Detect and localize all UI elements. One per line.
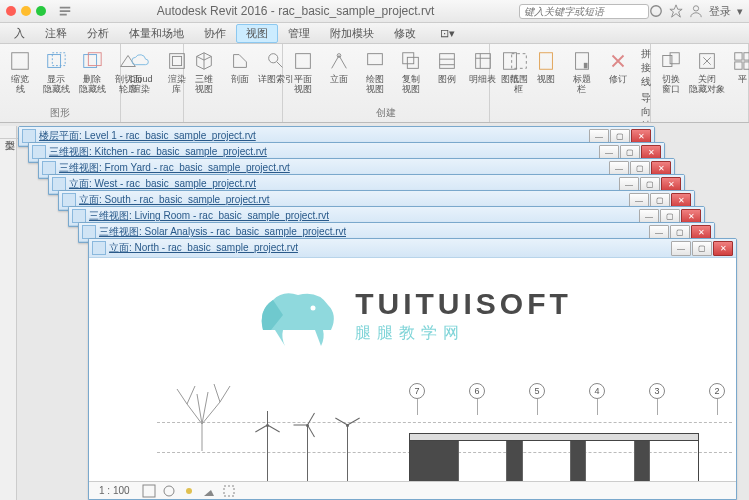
svg-rect-22: [662, 56, 671, 67]
menu-massing[interactable]: 体量和场地: [119, 24, 194, 43]
menubar: 入 注释 分析 体量和场地 协作 视图 管理 附加模块 修改 ⊡▾: [0, 23, 749, 44]
svg-rect-16: [475, 54, 490, 69]
visual-style-icon[interactable]: [162, 484, 176, 498]
view-window-active[interactable]: 立面: North - rac_basic_sample_project.rvt…: [88, 238, 737, 500]
tool-close-hidden[interactable]: 关闭隐藏对象: [691, 46, 723, 97]
tool-titleblock[interactable]: 标题栏: [566, 46, 598, 97]
tool-switch-window[interactable]: 切换窗口: [655, 46, 687, 97]
help-icon[interactable]: [649, 4, 663, 18]
panel-label-windows: [655, 119, 744, 120]
tool-removehidden[interactable]: 删除隐藏线: [76, 46, 108, 97]
watermark-sub: 腿腿教学网: [355, 323, 465, 344]
svg-rect-33: [224, 486, 234, 496]
tool-elevation[interactable]: 立面: [323, 46, 355, 87]
watermark-brand: TUITUISOFT: [355, 287, 572, 321]
tool-tile[interactable]: 平: [727, 46, 749, 87]
svg-rect-2: [12, 53, 29, 70]
menu-modify[interactable]: 修改: [384, 24, 426, 43]
grid-6[interactable]: 6: [469, 383, 485, 415]
tool-planview[interactable]: 平面视图: [287, 46, 319, 97]
crop-icon[interactable]: [222, 484, 236, 498]
panel-label-create: 创建: [287, 105, 485, 120]
menu-addins[interactable]: 附加模块: [320, 24, 384, 43]
svg-rect-23: [670, 53, 679, 64]
menu-analyze[interactable]: 分析: [77, 24, 119, 43]
grid-2[interactable]: 2: [709, 383, 725, 415]
view-title: 立面: West - rac_basic_sample_project.rvt: [69, 177, 256, 191]
view-icon: [92, 241, 106, 255]
svg-rect-27: [734, 62, 741, 69]
tool-thinlines[interactable]: 缩览线: [4, 46, 36, 97]
minimize-icon[interactable]: [21, 6, 31, 16]
zoom-icon[interactable]: [36, 6, 46, 16]
grid-7[interactable]: 7: [409, 383, 425, 415]
scale-selector[interactable]: 1 : 100: [93, 485, 136, 496]
grid-5[interactable]: 5: [529, 383, 545, 415]
view-title: 立面: South - rac_basic_sample_project.rvt: [79, 193, 270, 207]
sun-path-icon[interactable]: [182, 484, 196, 498]
login-dropdown[interactable]: ▾: [737, 5, 743, 18]
tool-3dview[interactable]: 三维视图: [188, 46, 220, 97]
menu-view[interactable]: 视图: [236, 24, 278, 43]
svg-rect-7: [170, 54, 185, 69]
grid-4[interactable]: 4: [589, 383, 605, 415]
search-input[interactable]: [519, 4, 649, 19]
login-link[interactable]: 登录: [709, 4, 731, 19]
view-title: 三维视图: Kitchen - rac_basic_sample_project…: [49, 145, 267, 159]
view-title: 立面: North - rac_basic_sample_project.rvt: [109, 241, 298, 255]
menu-insert[interactable]: 入: [4, 24, 35, 43]
recent-icon[interactable]: [58, 4, 72, 18]
view-icon: [32, 145, 46, 159]
grid-3[interactable]: 3: [649, 383, 665, 415]
view-icon: [22, 129, 36, 143]
panel-graphics: 缩览线 显示隐藏线 删除隐藏线 剖切面轮廓 图形: [0, 44, 121, 122]
svg-rect-19: [539, 53, 552, 70]
close-icon[interactable]: [6, 6, 16, 16]
grid-heads: 7 6 5 4 3 2 1: [409, 383, 736, 415]
view-canvas[interactable]: TUITUISOFT 腿腿教学网 7 6 5 4 3 2 1: [89, 258, 736, 499]
svg-rect-26: [743, 53, 749, 60]
svg-point-0: [651, 6, 662, 17]
star-icon[interactable]: [669, 4, 683, 18]
panel-render: Cloud渲染 渲染库: [121, 44, 184, 122]
tool-section[interactable]: 剖面: [224, 46, 256, 87]
min-button[interactable]: —: [671, 241, 691, 256]
view-icon: [42, 161, 56, 175]
menu-annotate[interactable]: 注释: [35, 24, 77, 43]
svg-point-29: [311, 306, 316, 311]
watermark: TUITUISOFT 腿腿教学网: [89, 280, 736, 352]
shadows-icon[interactable]: [202, 484, 216, 498]
side-tab-types[interactable]: 类型: [0, 126, 18, 139]
menu-expand-icon[interactable]: ⊡▾: [430, 25, 465, 42]
tool-cloud-render[interactable]: Cloud渲染: [125, 46, 157, 97]
svg-rect-10: [295, 54, 310, 69]
tool-revisions[interactable]: 修订: [602, 46, 634, 87]
ribbon: 缩览线 显示隐藏线 删除隐藏线 剖切面轮廓 图形 Cloud渲染 渲染库 三维视…: [0, 44, 749, 123]
svg-point-1: [693, 6, 698, 11]
svg-rect-13: [402, 53, 413, 64]
max-button[interactable]: ▢: [692, 241, 712, 256]
menu-manage[interactable]: 管理: [278, 24, 320, 43]
tool-view[interactable]: 视图: [530, 46, 562, 87]
panel-label-3d: [188, 119, 277, 120]
menu-collaborate[interactable]: 协作: [194, 24, 236, 43]
user-icon[interactable]: [689, 4, 703, 18]
view-title: 三维视图: Solar Analysis - rac_basic_sample_…: [99, 225, 346, 239]
panel-label-graphics: 图形: [4, 105, 116, 120]
tool-showhidden[interactable]: 显示隐藏线: [40, 46, 72, 97]
titlebar: Autodesk Revit 2016 - rac_basic_sample_p…: [0, 0, 749, 23]
tool-sheet[interactable]: 图纸: [494, 46, 526, 87]
mac-buttons: [6, 6, 46, 16]
tool-drafting[interactable]: 绘图视图: [359, 46, 391, 97]
view-control-bar: 1 : 100: [89, 481, 736, 499]
detail-level-icon[interactable]: [142, 484, 156, 498]
svg-rect-12: [367, 54, 382, 65]
panel-3d: 三维视图 剖面 详图索引: [184, 44, 282, 122]
tool-duplicate[interactable]: 复制视图: [395, 46, 427, 97]
svg-rect-14: [407, 57, 418, 68]
elephant-logo-icon: [253, 280, 343, 350]
view-title: 楼层平面: Level 1 - rac_basic_sample_project…: [39, 129, 256, 143]
close-button[interactable]: ✕: [713, 241, 733, 256]
tree-icon: [167, 369, 237, 453]
tool-legend[interactable]: 图例: [431, 46, 463, 87]
